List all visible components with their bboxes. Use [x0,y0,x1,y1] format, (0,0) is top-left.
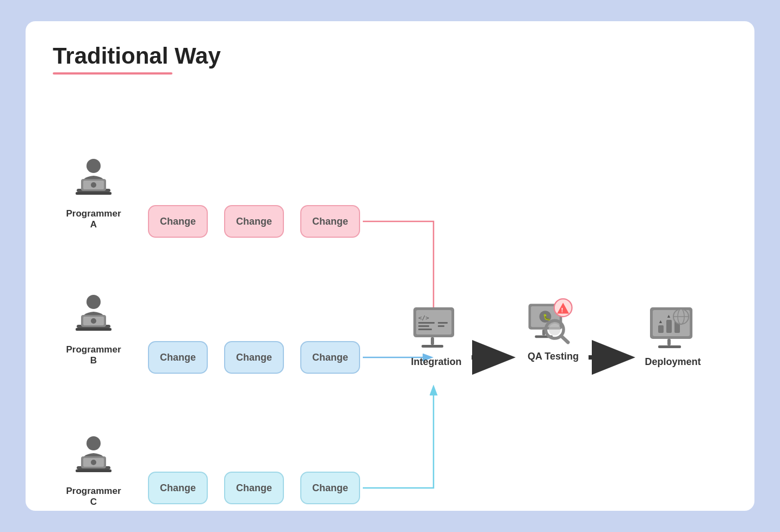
qa-label: QA Testing [528,351,579,362]
svg-rect-28 [438,325,444,327]
svg-rect-30 [422,345,443,348]
svg-rect-26 [418,329,432,330]
svg-text:!: ! [561,306,564,313]
deployment-icon: ▲ ▲ ▲ [646,303,700,352]
svg-rect-24 [418,322,435,324]
svg-text:🐛: 🐛 [543,313,551,320]
title-underline [53,72,172,75]
svg-text:▲: ▲ [666,313,671,319]
programmer-b-icon [69,292,118,341]
svg-rect-55 [658,345,681,348]
arrows-overlay [53,91,727,515]
qa-stage: 🐛 ! QA Testing [518,298,589,362]
svg-point-15 [86,436,101,450]
change-box-a1: Change [148,205,208,238]
main-card: Traditional Way [26,21,754,511]
svg-point-7 [91,182,96,188]
programmer-a-icon [69,156,118,205]
change-box-b1: Change [148,341,208,374]
svg-text:</>: </> [418,314,429,321]
integration-label: Integration [411,356,462,368]
svg-point-3 [86,159,101,173]
svg-point-19 [91,460,96,465]
svg-rect-46 [666,320,672,333]
svg-point-13 [91,318,96,324]
change-box-a3: Change [300,205,360,238]
change-box-b2: Change [224,341,284,374]
change-box-a2: Change [224,205,284,238]
change-box-b3: Change [300,341,360,374]
change-box-c2: Change [224,472,284,504]
svg-rect-29 [431,337,434,345]
svg-rect-45 [658,325,664,333]
svg-rect-14 [76,328,112,331]
programmer-c-label: ProgrammerC [66,486,121,508]
change-box-c1: Change [148,472,208,504]
deployment-stage: ▲ ▲ ▲ Deployment [637,303,708,368]
svg-point-9 [86,295,101,309]
page-title: Traditional Way [53,43,727,69]
svg-rect-8 [76,192,112,195]
svg-rect-25 [418,325,429,327]
programmer-a: ProgrammerA [64,156,123,231]
diagram-area: ProgrammerA ProgrammerB [53,91,727,515]
programmer-b-label: ProgrammerB [66,344,121,367]
svg-point-38 [549,323,561,335]
svg-rect-54 [667,339,671,345]
svg-line-39 [561,336,568,342]
svg-text:▲: ▲ [658,319,663,324]
qa-icon: 🐛 ! [526,298,580,347]
programmer-a-label: ProgrammerA [66,208,121,231]
svg-rect-20 [76,469,112,472]
integration-icon: </> [409,303,463,352]
change-box-c3: Change [300,472,360,504]
programmer-b: ProgrammerB [64,292,123,367]
integration-stage: </> Integration [401,303,472,368]
programmer-c-icon [69,434,118,482]
deployment-label: Deployment [645,356,701,368]
svg-rect-27 [438,322,448,324]
programmer-c: ProgrammerC [64,434,123,508]
